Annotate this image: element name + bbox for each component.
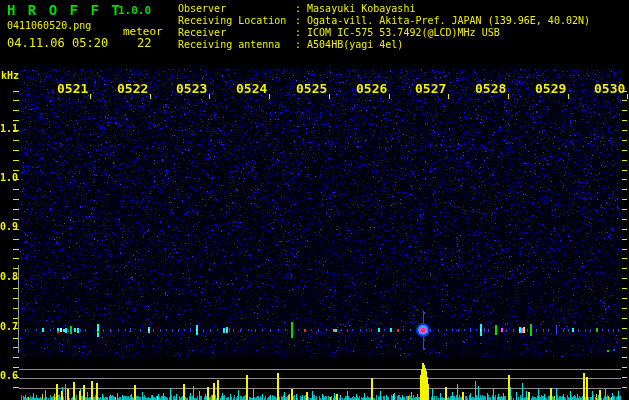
info-label: Receiving Location [178,15,295,27]
echo-count: 22 [137,37,151,49]
info-colon: : [295,39,307,50]
info-colon: : [295,27,307,38]
info-row-antenna: Receiving antenna: A504HB(yagi 4el) [178,39,403,51]
info-row-location: Receiving Location: Ogata-vill. Akita-Pr… [178,15,590,27]
info-value: Ogata-vill. Akita-Pref. JAPAN (139.96E, … [307,15,590,26]
info-value: ICOM IC-575 53.7492(@LCD)MHz USB [307,27,500,38]
info-colon: : [295,15,307,26]
info-row-observer: Observer: Masayuki Kobayashi [178,3,415,15]
info-value: A504HB(yagi 4el) [307,39,403,50]
freq-axis-label-0p6: 0.6 [0,371,16,381]
time-label-0527: 0527 [415,82,446,95]
time-label-0525: 0525 [296,82,327,95]
freq-axis-label-0p9: 0.9 [0,222,16,232]
info-colon: : [295,3,307,14]
time-label-0530: 0530 [594,82,625,95]
time-label-0529: 0529 [535,82,566,95]
freq-axis-unit: kHz [1,71,19,81]
observation-datetime: 04.11.06 05:20 [7,37,108,49]
freq-axis-label-0p8: 0.8 [0,272,16,282]
freq-axis-label-1p0: 1.0 [0,173,16,183]
freq-axis-label-0p7: 0.7 [0,322,16,332]
freq-axis-label-1p1: 1.1 [0,124,16,134]
app-title: H R O F F T [7,3,122,17]
time-label-0523: 0523 [176,82,207,95]
app-version: 1.0.0 [118,5,151,16]
info-label: Receiver [178,27,295,39]
info-value: Masayuki Kobayashi [307,3,415,14]
info-row-receiver: Receiver: ICOM IC-575 53.7492(@LCD)MHz U… [178,27,500,39]
time-label-0526: 0526 [356,82,387,95]
time-label-0521: 0521 [57,82,88,95]
info-label: Receiving antenna [178,39,295,51]
time-label-0524: 0524 [236,82,267,95]
hrofft-output-screen: H R O F F T 1.0.0 0411060520.png meteor … [0,0,629,400]
spectrogram-canvas [0,0,629,400]
time-label-0522: 0522 [117,82,148,95]
info-label: Observer [178,3,295,15]
output-filename: 0411060520.png [7,21,91,31]
time-label-0528: 0528 [475,82,506,95]
